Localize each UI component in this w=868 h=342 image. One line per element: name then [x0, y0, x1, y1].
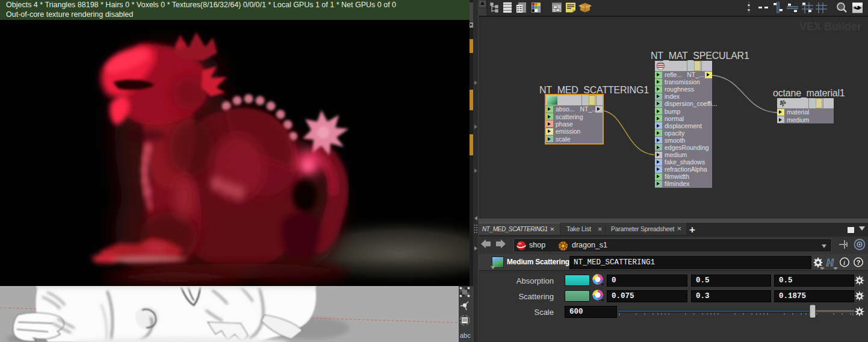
svg-text:H: H — [826, 258, 834, 268]
svg-text:abc: abc — [460, 332, 471, 339]
svg-text:?: ? — [857, 259, 861, 266]
